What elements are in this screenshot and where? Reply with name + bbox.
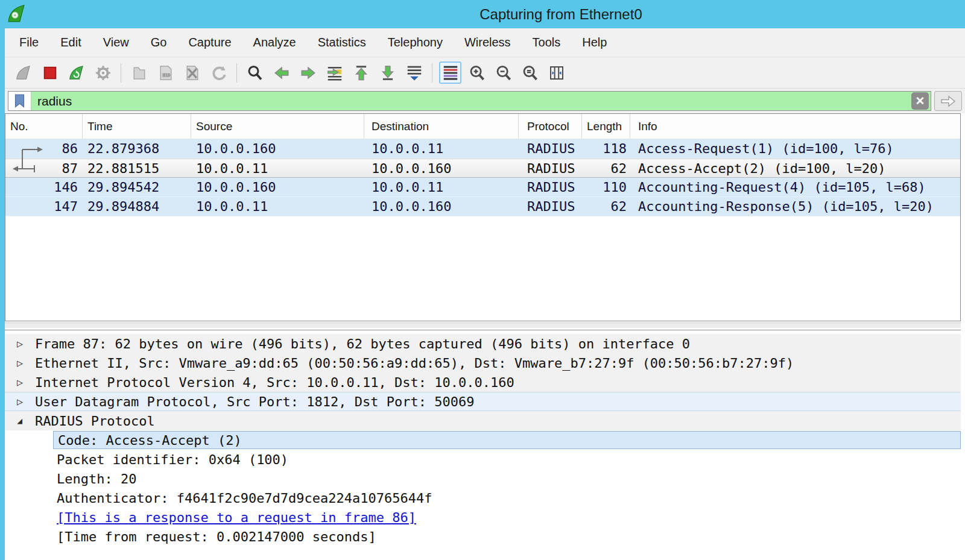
detail-row-code-selected[interactable]: Code: Access-Accept (2) bbox=[5, 430, 961, 450]
go-to-packet-button[interactable] bbox=[323, 61, 346, 84]
arrow-right-icon bbox=[299, 64, 317, 82]
close-file-icon bbox=[183, 64, 201, 82]
wireshark-window: Capturing from Ethernet0 File Edit View … bbox=[0, 0, 965, 560]
filter-clear-button[interactable]: ✕ bbox=[911, 92, 929, 110]
detail-row-length[interactable]: Length: 20 bbox=[5, 469, 961, 488]
resize-columns-button[interactable] bbox=[545, 61, 568, 84]
detail-text: Code: Access-Accept (2) bbox=[58, 433, 242, 448]
cell-length: 118 bbox=[582, 139, 630, 158]
auto-scroll-toggle-button[interactable] bbox=[403, 61, 425, 84]
detail-row-authenticator[interactable]: Authenticator: f4641f2c90e7d7d9cea224a10… bbox=[5, 488, 961, 508]
menu-help[interactable]: Help bbox=[571, 28, 618, 57]
column-header-no[interactable]: No. bbox=[5, 114, 83, 139]
column-header-source[interactable]: Source bbox=[191, 114, 364, 139]
go-back-button[interactable] bbox=[270, 61, 293, 84]
colorize-icon bbox=[441, 64, 460, 82]
column-header-destination[interactable]: Destination bbox=[364, 114, 519, 139]
stop-capture-button[interactable] bbox=[39, 61, 61, 84]
restart-fin-icon bbox=[68, 64, 86, 82]
menu-file[interactable]: File bbox=[8, 28, 49, 57]
cell-length: 110 bbox=[582, 178, 630, 197]
detail-row-response-link[interactable]: [This is a response to a request in fram… bbox=[5, 508, 961, 527]
detail-row-ip[interactable]: ▷ Internet Protocol Version 4, Src: 10.0… bbox=[5, 373, 961, 392]
start-capture-button[interactable] bbox=[12, 61, 34, 84]
restart-capture-button[interactable] bbox=[65, 61, 87, 84]
cell-source: 10.0.0.11 bbox=[191, 197, 364, 216]
expander-collapsed-icon[interactable]: ▷ bbox=[17, 338, 35, 350]
arrow-down-bar-icon bbox=[379, 64, 397, 82]
zoom-out-button[interactable] bbox=[492, 61, 514, 84]
column-header-protocol[interactable]: Protocol bbox=[519, 114, 582, 139]
close-capture-file-button[interactable] bbox=[181, 61, 203, 84]
cell-protocol: RADIUS bbox=[519, 159, 582, 177]
menu-statistics[interactable]: Statistics bbox=[307, 28, 377, 57]
menu-tools[interactable]: Tools bbox=[522, 28, 572, 57]
column-header-time[interactable]: Time bbox=[83, 114, 191, 139]
menu-telephony[interactable]: Telephony bbox=[377, 28, 454, 57]
column-header-length[interactable]: Length bbox=[582, 114, 630, 139]
expander-collapsed-icon[interactable]: ▷ bbox=[17, 395, 35, 407]
packet-row[interactable]: 146 29.894542 10.0.0.160 10.0.0.11 RADIU… bbox=[5, 178, 960, 197]
cell-no: 147 bbox=[5, 197, 83, 216]
display-filter-input[interactable] bbox=[31, 92, 911, 110]
packet-row-selected[interactable]: 87 22.881515 10.0.0.11 10.0.0.160 RADIUS… bbox=[5, 159, 960, 178]
detail-row-udp[interactable]: ▷ User Datagram Protocol, Src Port: 1812… bbox=[5, 392, 961, 411]
capture-options-button[interactable] bbox=[92, 61, 114, 84]
cell-source: 10.0.0.160 bbox=[191, 139, 364, 158]
bookmark-icon bbox=[14, 94, 25, 108]
save-capture-file-button[interactable]: 010 bbox=[154, 61, 177, 84]
menu-analyze[interactable]: Analyze bbox=[242, 28, 307, 57]
search-icon bbox=[246, 64, 264, 82]
go-to-last-packet-button[interactable] bbox=[376, 61, 399, 84]
column-header-info[interactable]: Info bbox=[630, 114, 960, 139]
stop-square-icon bbox=[41, 64, 59, 82]
pane-splitter[interactable] bbox=[5, 322, 961, 329]
filter-bookmark-button[interactable] bbox=[8, 92, 31, 110]
cell-destination: 10.0.0.160 bbox=[364, 159, 519, 177]
toolbar-separator bbox=[121, 63, 121, 83]
cell-protocol: RADIUS bbox=[519, 197, 582, 216]
cell-info: Access-Request(1) (id=100, l=76) bbox=[630, 139, 960, 158]
reload-capture-file-button[interactable] bbox=[207, 61, 230, 84]
detail-row-radius[interactable]: ◢ RADIUS Protocol bbox=[5, 411, 961, 430]
expander-expanded-icon[interactable]: ◢ bbox=[17, 415, 35, 426]
menu-wireless[interactable]: Wireless bbox=[454, 28, 522, 57]
menu-edit[interactable]: Edit bbox=[49, 28, 92, 57]
cell-length: 62 bbox=[582, 197, 630, 216]
display-filter-field[interactable]: ✕ bbox=[8, 91, 931, 111]
packet-row[interactable]: 86 22.879368 10.0.0.160 10.0.0.11 RADIUS… bbox=[5, 139, 960, 159]
svg-text:010: 010 bbox=[163, 73, 170, 78]
detail-text: Internet Protocol Version 4, Src: 10.0.0… bbox=[35, 375, 514, 390]
detail-row-packet-identifier[interactable]: Packet identifier: 0x64 (100) bbox=[5, 450, 961, 469]
expander-collapsed-icon[interactable]: ▷ bbox=[17, 376, 35, 388]
cell-length: 62 bbox=[582, 159, 630, 177]
shark-fin-icon bbox=[14, 64, 33, 82]
detail-row-time-from-request[interactable]: [Time from request: 0.002147000 seconds] bbox=[5, 527, 961, 546]
menu-go[interactable]: Go bbox=[140, 28, 178, 57]
wireshark-logo-icon bbox=[6, 3, 27, 25]
cell-time: 22.879368 bbox=[83, 139, 191, 158]
toolbar-separator bbox=[236, 63, 237, 83]
expander-collapsed-icon[interactable]: ▷ bbox=[17, 357, 35, 369]
packet-row[interactable]: 147 29.894884 10.0.0.11 10.0.0.160 RADIU… bbox=[5, 197, 960, 216]
go-to-packet-icon bbox=[326, 64, 344, 82]
window-border-left bbox=[0, 28, 5, 560]
detail-row-frame[interactable]: ▷ Frame 87: 62 bytes on wire (496 bits),… bbox=[5, 334, 961, 353]
menu-capture[interactable]: Capture bbox=[177, 28, 242, 57]
zoom-in-button[interactable] bbox=[466, 61, 488, 84]
packet-list-header: No. Time Source Destination Protocol Len… bbox=[5, 114, 960, 139]
cell-destination: 10.0.0.11 bbox=[364, 178, 519, 197]
filter-apply-button[interactable] bbox=[934, 91, 962, 111]
go-forward-button[interactable] bbox=[297, 61, 319, 84]
cell-protocol: RADIUS bbox=[519, 178, 582, 197]
colorize-packets-button[interactable] bbox=[439, 61, 461, 84]
find-packet-button[interactable] bbox=[244, 61, 266, 84]
menu-view[interactable]: View bbox=[92, 28, 140, 57]
cell-destination: 10.0.0.11 bbox=[364, 139, 519, 158]
auto-scroll-icon bbox=[405, 64, 423, 82]
detail-row-ethernet[interactable]: ▷ Ethernet II, Src: Vmware_a9:dd:65 (00:… bbox=[5, 353, 961, 373]
packet-list-pane: No. Time Source Destination Protocol Len… bbox=[5, 113, 961, 321]
zoom-reset-button[interactable] bbox=[519, 61, 541, 84]
go-to-first-packet-button[interactable] bbox=[350, 61, 372, 84]
open-capture-file-button[interactable] bbox=[128, 61, 150, 84]
